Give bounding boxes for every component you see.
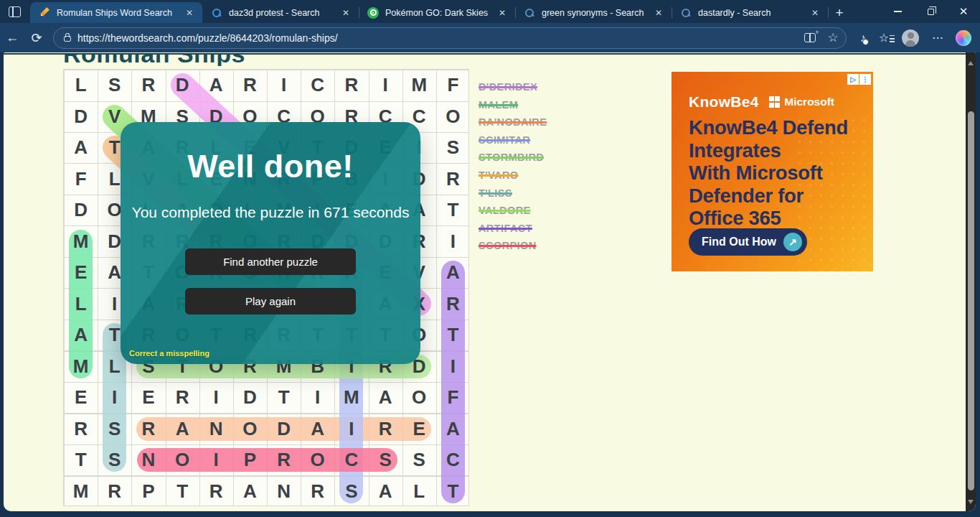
grid-cell[interactable]: A bbox=[436, 257, 470, 289]
grid-cell[interactable]: R bbox=[131, 70, 165, 101]
grid-cell[interactable]: R bbox=[301, 476, 334, 508]
tab-close-icon[interactable]: ✕ bbox=[496, 8, 508, 18]
grid-cell[interactable]: R bbox=[267, 444, 301, 476]
tab-2[interactable]: daz3d protest - Search✕ bbox=[202, 2, 359, 23]
grid-cell[interactable]: O bbox=[301, 444, 334, 476]
grid-cell[interactable]: S bbox=[436, 132, 470, 164]
grid-cell[interactable]: R bbox=[166, 382, 199, 414]
grid-cell[interactable]: R bbox=[233, 70, 267, 101]
tab-4[interactable]: green synonyms - Search✕ bbox=[515, 2, 672, 23]
grid-cell[interactable]: T bbox=[436, 476, 470, 508]
grid-cell[interactable]: R bbox=[98, 476, 131, 508]
grid-cell[interactable]: P bbox=[131, 476, 165, 508]
grid-cell[interactable]: N bbox=[131, 444, 165, 476]
grid-cell[interactable]: R bbox=[131, 414, 165, 445]
grid-cell[interactable]: E bbox=[64, 257, 98, 289]
tab-close-icon[interactable]: ✕ bbox=[184, 8, 195, 18]
grid-cell[interactable]: S bbox=[402, 444, 436, 476]
grid-cell[interactable]: S bbox=[98, 414, 131, 445]
minimize-button[interactable] bbox=[881, 0, 914, 23]
favorite-star-icon[interactable]: ☆ bbox=[827, 32, 838, 44]
tab-actions-icon[interactable] bbox=[9, 6, 21, 17]
grid-cell[interactable]: E bbox=[64, 382, 98, 414]
url-field[interactable]: https://thewordsearch.com/puzzle/8644203… bbox=[53, 27, 847, 49]
tab-close-icon[interactable]: ✕ bbox=[340, 8, 352, 18]
grid-cell[interactable]: L bbox=[64, 70, 98, 101]
grid-cell[interactable]: R bbox=[436, 289, 470, 320]
grid-cell[interactable]: A bbox=[166, 414, 199, 445]
grid-cell[interactable]: D bbox=[233, 382, 267, 414]
scroll-up-arrow[interactable] bbox=[968, 58, 974, 65]
find-out-how-button[interactable]: Find Out How ↗ bbox=[689, 228, 807, 256]
grid-cell[interactable]: F bbox=[64, 164, 98, 195]
grid-cell[interactable]: S bbox=[369, 444, 402, 476]
tab-close-icon[interactable]: ✕ bbox=[809, 8, 821, 18]
find-another-puzzle-button[interactable]: Find another puzzle bbox=[185, 248, 356, 275]
tab-close-icon[interactable]: ✕ bbox=[653, 8, 664, 18]
grid-cell[interactable]: A bbox=[436, 414, 470, 445]
grid-cell[interactable]: O bbox=[166, 444, 199, 476]
grid-cell[interactable]: D bbox=[166, 70, 199, 101]
grid-cell[interactable]: A bbox=[64, 320, 98, 351]
grid-cell[interactable]: T bbox=[166, 476, 199, 508]
adchoices-icon[interactable]: ▷ bbox=[847, 74, 859, 85]
grid-cell[interactable]: C bbox=[301, 70, 334, 101]
profile-avatar[interactable] bbox=[902, 29, 919, 47]
grid-cell[interactable]: I bbox=[301, 382, 334, 414]
grid-cell[interactable]: I bbox=[267, 70, 301, 101]
grid-cell[interactable]: I bbox=[334, 414, 368, 445]
grid-cell[interactable]: A bbox=[64, 132, 98, 164]
new-tab-button[interactable]: + bbox=[828, 2, 851, 23]
grid-cell[interactable]: R bbox=[199, 476, 233, 508]
refresh-button[interactable]: ⟳ bbox=[24, 30, 49, 46]
grid-cell[interactable]: C bbox=[334, 444, 368, 476]
restore-button[interactable] bbox=[914, 0, 947, 23]
grid-cell[interactable]: D bbox=[267, 414, 301, 445]
scroll-down-arrow[interactable] bbox=[968, 500, 974, 507]
grid-cell[interactable]: F bbox=[436, 70, 470, 101]
grid-cell[interactable]: I bbox=[436, 351, 470, 383]
play-again-button[interactable]: Play again bbox=[185, 288, 356, 315]
grid-cell[interactable]: E bbox=[131, 382, 165, 414]
url-text[interactable]: https://thewordsearch.com/puzzle/8644203… bbox=[77, 32, 804, 44]
tab-1[interactable]: Romulan Ships Word Search✕ bbox=[30, 2, 202, 23]
grid-cell[interactable]: L bbox=[64, 289, 98, 320]
grid-cell[interactable]: D bbox=[64, 101, 98, 133]
tab-5[interactable]: dastardly - Search✕ bbox=[672, 2, 828, 23]
grid-cell[interactable]: R bbox=[369, 414, 402, 445]
grid-cell[interactable]: R bbox=[64, 414, 98, 445]
grid-cell[interactable]: T bbox=[267, 382, 301, 414]
grid-cell[interactable]: T bbox=[64, 444, 98, 476]
grid-cell[interactable]: A bbox=[233, 476, 267, 508]
scrollbar[interactable] bbox=[966, 52, 976, 511]
grid-cell[interactable]: A bbox=[369, 382, 402, 414]
grid-cell[interactable]: E bbox=[402, 414, 436, 445]
split-screen-icon[interactable] bbox=[804, 33, 816, 42]
grid-cell[interactable]: O bbox=[436, 101, 470, 133]
grid-cell[interactable]: M bbox=[402, 70, 436, 101]
settings-menu-icon[interactable]: ⋯ bbox=[932, 31, 943, 45]
grid-cell[interactable]: A bbox=[301, 414, 334, 445]
grid-cell[interactable]: T bbox=[436, 320, 470, 351]
grid-cell[interactable]: P bbox=[233, 444, 267, 476]
grid-cell[interactable]: M bbox=[64, 226, 98, 258]
close-button[interactable]: ✕ bbox=[947, 0, 980, 23]
grid-cell[interactable]: M bbox=[64, 476, 98, 508]
advertisement[interactable]: ▷ ⋮ KnowBe4 Microsoft KnowBe4 Defend Int… bbox=[672, 72, 873, 271]
grid-cell[interactable]: F bbox=[436, 382, 470, 414]
grid-cell[interactable]: A bbox=[369, 476, 402, 508]
copilot-icon[interactable] bbox=[956, 30, 971, 46]
grid-cell[interactable]: O bbox=[402, 382, 436, 414]
grid-cell[interactable]: S bbox=[98, 444, 131, 476]
grid-cell[interactable]: T bbox=[436, 195, 470, 226]
grid-cell[interactable]: S bbox=[98, 70, 131, 101]
correct-misspelling-link[interactable]: Correct a misspelling bbox=[129, 349, 209, 358]
grid-cell[interactable]: I bbox=[98, 382, 131, 414]
media-playing-icon[interactable]: ♪ bbox=[860, 32, 866, 45]
scrollbar-thumb[interactable] bbox=[968, 111, 974, 490]
grid-cell[interactable]: I bbox=[369, 70, 402, 101]
grid-cell[interactable]: S bbox=[334, 476, 368, 508]
grid-cell[interactable]: I bbox=[436, 226, 470, 258]
grid-cell[interactable]: O bbox=[233, 414, 267, 445]
grid-cell[interactable]: M bbox=[64, 351, 98, 383]
